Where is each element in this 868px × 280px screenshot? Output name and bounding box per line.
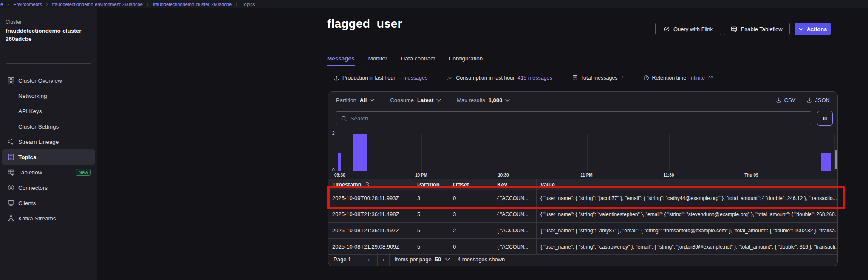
chart-scrollbar-thumb[interactable] xyxy=(835,150,837,169)
topic-stats: Production in last hour-- messagesConsum… xyxy=(334,75,713,81)
sidebar-item-topics[interactable]: Topics xyxy=(2,149,95,165)
chevron-right-icon: › xyxy=(236,2,237,7)
grid-icon xyxy=(8,77,14,84)
enable-tableflow-button[interactable]: Enable Tableflow xyxy=(724,23,790,35)
cell-key: { "ACCOUN... xyxy=(493,223,537,238)
chart-gridline xyxy=(421,134,422,171)
y-axis-min-label: 0 xyxy=(332,168,335,172)
sidebar: Cluster frauddetectiondemo-cluster-260ad… xyxy=(0,8,97,280)
stat-label: Total messages xyxy=(581,75,618,81)
cell-partition: 5 xyxy=(413,239,449,254)
tab-bar: MessagesMonitorData contractConfiguratio… xyxy=(327,55,483,66)
tab-data-contract[interactable]: Data contract xyxy=(401,55,435,66)
tabs-underline xyxy=(327,65,838,65)
chart-gridline xyxy=(504,134,504,171)
items-per-page-control[interactable]: Items per page 50 xyxy=(390,253,452,266)
chevron-down-icon xyxy=(436,99,441,102)
cell-timestamp: 2025-10-08T21:36:11.498Z xyxy=(328,206,413,222)
search-input[interactable] xyxy=(336,112,811,125)
x-tick-label: 11:30 xyxy=(663,173,674,177)
actions-button[interactable]: Actions xyxy=(795,23,831,35)
table-row-highlighted[interactable]: 2025-10-09T00:28:11.993Z30{ "ACCOUN...{ … xyxy=(328,190,837,206)
chevron-right-icon: › xyxy=(46,2,48,7)
sidebar-item-networking[interactable]: Networking xyxy=(2,88,95,103)
table-row[interactable]: 2025-10-08T21:36:11.498Z53{ "ACCOUN...{ … xyxy=(328,206,837,223)
filter-divider xyxy=(382,96,382,104)
sidebar-item-clients[interactable]: Clients xyxy=(2,195,95,211)
breadcrumb-item-frauddetectiondemo-cluster-260adcbe[interactable]: frauddetectiondemo-cluster-260adcbe xyxy=(153,2,232,7)
new-badge: New xyxy=(76,169,91,176)
partition-filter[interactable]: Partition All xyxy=(336,97,374,103)
tab-monitor[interactable]: Monitor xyxy=(368,55,387,66)
enable-tableflow-label: Enable Tableflow xyxy=(741,26,782,32)
column-settings-button[interactable] xyxy=(817,111,833,126)
cell-offset: 2 xyxy=(449,223,493,238)
consume-filter-label: Consume xyxy=(390,97,414,103)
stat-production-in-last-hour: Production in last hour-- messages xyxy=(334,75,427,81)
sidebar-item-tableflow[interactable]: TableflowNew xyxy=(2,165,95,180)
columns-icon xyxy=(822,115,828,122)
filter-row: Partition All Consume Latest Max results… xyxy=(328,92,837,108)
sidebar-item-kafka-streams[interactable]: Kafka Streams xyxy=(2,211,95,226)
x-tick-label: 09:30 xyxy=(334,173,345,177)
consume-filter-value: Latest xyxy=(417,97,433,103)
download-csv-label: CSV xyxy=(784,97,796,103)
messages-table: TimestampPartitionOffsetKeyValue 2025-10… xyxy=(328,179,837,255)
tab-messages[interactable]: Messages xyxy=(327,55,355,66)
breadcrumb-item-environments[interactable]: Environments xyxy=(13,2,42,7)
breadcrumb-item-frauddetectiondemo-environment-260adcbe[interactable]: frauddetectiondemo-environment-260adcbe xyxy=(52,2,142,7)
query-with-flink-button[interactable]: Query with Flink xyxy=(655,23,721,35)
column-header-label: Key xyxy=(497,181,507,188)
sidebar-item-label: Connectors xyxy=(18,185,48,191)
chevron-right-icon: › xyxy=(147,2,149,7)
tableflow-icon xyxy=(8,169,14,176)
sidebar-item-connectors[interactable]: Connectors xyxy=(2,180,95,195)
connectors-icon xyxy=(8,184,14,191)
sidebar-item-label: Clients xyxy=(18,200,36,206)
download-csv-button[interactable]: CSV xyxy=(776,97,796,103)
max-results-filter-value: 1,000 xyxy=(489,97,503,103)
stat-value[interactable]: 415 messages xyxy=(517,75,552,81)
messages-panel: Partition All Consume Latest Max results… xyxy=(328,91,838,266)
sidebar-item-api-keys[interactable]: API Keys xyxy=(2,103,95,119)
next-page-button[interactable]: › xyxy=(378,253,390,266)
download-json-button[interactable]: JSON xyxy=(806,97,830,103)
column-header-key[interactable]: Key xyxy=(493,179,537,190)
sidebar-item-label: Cluster Overview xyxy=(18,77,62,84)
cell-offset: 0 xyxy=(449,239,493,254)
column-header-label: Partition xyxy=(417,181,440,188)
cell-partition: 5 xyxy=(413,206,449,222)
tab-configuration[interactable]: Configuration xyxy=(449,55,483,66)
cell-partition: 5 xyxy=(413,223,449,238)
stat-value[interactable]: -- messages xyxy=(398,75,427,81)
cell-key: { "ACCOUN... xyxy=(493,206,537,222)
actions-label: Actions xyxy=(807,26,827,32)
max-results-filter[interactable]: Max results 1,000 xyxy=(457,97,510,103)
stat-total-messages: Total messages7 xyxy=(572,75,624,81)
stat-label: Consumption in last hour xyxy=(456,75,515,81)
y-axis-max-label: 2 xyxy=(332,131,335,136)
sidebar-item-stream-lineage[interactable]: Stream Lineage xyxy=(2,134,95,149)
sidebar-item-cluster-overview[interactable]: Cluster Overview xyxy=(2,73,95,88)
x-tick-label: 10:30 xyxy=(498,173,509,177)
production-icon xyxy=(334,75,339,81)
sidebar-item-cluster-settings[interactable]: Cluster Settings xyxy=(2,119,95,134)
stat-value[interactable]: Infinite xyxy=(689,75,705,81)
message-histogram xyxy=(336,134,834,171)
cell-key: { "ACCOUN... xyxy=(493,190,537,206)
kafka-streams-icon xyxy=(8,215,14,222)
tableflow-icon xyxy=(731,26,737,32)
breadcrumb-item-topics[interactable]: Topics xyxy=(242,2,255,7)
breadcrumb: e›Environments›frauddetectiondemo-enviro… xyxy=(0,0,868,8)
lineage-icon xyxy=(8,138,14,145)
cell-partition: 3 xyxy=(413,190,449,206)
column-header-partition[interactable]: Partition xyxy=(413,179,449,190)
column-header-label: Value xyxy=(540,181,555,188)
previous-page-button[interactable]: ‹ xyxy=(360,253,378,266)
consume-filter[interactable]: Consume Latest xyxy=(390,97,441,103)
column-header-timestamp[interactable]: Timestamp xyxy=(328,179,413,190)
partition-filter-label: Partition xyxy=(336,97,356,103)
column-header-value[interactable]: Value xyxy=(537,179,837,190)
table-row[interactable]: 2025-10-08T21:36:11.497Z52{ "ACCOUN...{ … xyxy=(328,223,837,239)
column-header-offset[interactable]: Offset xyxy=(449,179,493,190)
